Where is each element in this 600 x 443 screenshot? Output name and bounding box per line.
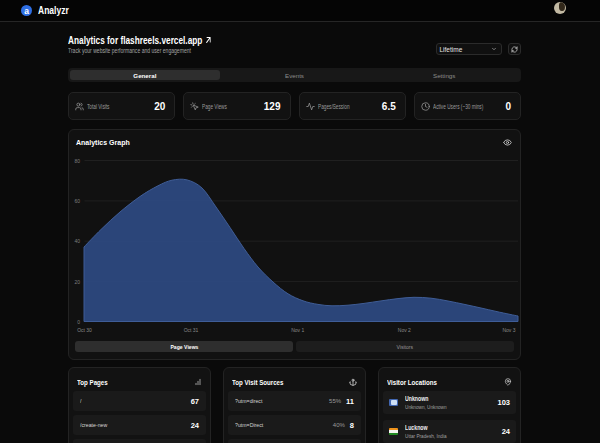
svg-text:60: 60	[74, 198, 80, 204]
svg-text:20: 20	[74, 279, 80, 285]
svg-text:Nov 2: Nov 2	[398, 327, 411, 333]
svg-text:0: 0	[77, 319, 80, 325]
svg-text:Nov 1: Nov 1	[291, 327, 304, 333]
svg-text:80: 80	[74, 158, 80, 164]
svg-text:Oct 30: Oct 30	[77, 327, 92, 333]
svg-text:40: 40	[74, 238, 80, 244]
svg-text:Nov 3: Nov 3	[502, 327, 515, 333]
svg-text:Oct 31: Oct 31	[184, 327, 199, 333]
